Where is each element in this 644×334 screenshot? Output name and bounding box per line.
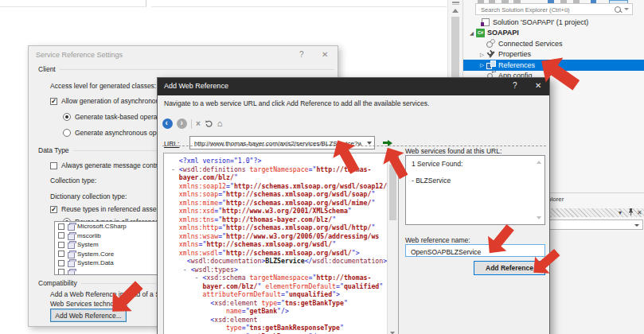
web-reference-name-input[interactable]: [409, 247, 540, 257]
sidebar-item-soapapi[interactable]: ◢SOAPAPI: [463, 28, 644, 39]
help-button[interactable]: ?: [513, 81, 517, 90]
wsdl-browser-pane[interactable]: <?xml version="1.0"?>- <wsdl:definitions…: [163, 153, 399, 334]
dialog-title-bar[interactable]: Service Reference Settings ? ✕: [29, 46, 338, 64]
sidebar-item-properties[interactable]: ▷Properties: [463, 49, 644, 60]
dictionary-type-label: Dictionary collection type:: [50, 192, 127, 200]
service-item[interactable]: - BLZService: [412, 177, 451, 184]
url-combobox[interactable]: [189, 136, 375, 150]
assembly-icon: [68, 250, 75, 258]
collection-type-label: Collection type:: [50, 177, 96, 184]
chevron-down-icon: [634, 224, 639, 227]
xml-line: xmlns:tns="http://thomas-bayer.com/blz/": [171, 216, 391, 224]
help-button[interactable]: ?: [299, 50, 304, 59]
async-operations-radio[interactable]: [63, 129, 71, 137]
assembly-checkbox[interactable]: [58, 223, 64, 230]
connected-icon: [486, 39, 496, 48]
task-based-radio[interactable]: [63, 113, 71, 121]
pin-icon[interactable]: [628, 208, 634, 218]
assembly-label: System.Core: [77, 250, 114, 258]
close-icon[interactable]: ✕: [637, 208, 642, 217]
assembly-checkbox[interactable]: [58, 260, 64, 266]
close-button[interactable]: ✕: [535, 81, 541, 90]
allow-async-checkbox[interactable]: [50, 98, 57, 105]
services-listbox[interactable]: 1 Service Found: - BLZService: [405, 155, 545, 225]
solution-explorer-search[interactable]: [475, 3, 633, 15]
properties-panel-body: [546, 231, 644, 334]
expander-icon[interactable]: ◢: [467, 28, 476, 39]
xml-line: bayer.com/blz/": [171, 173, 391, 182]
xml-line: xmlns:http="http://schemas.xmlsoap.org/w…: [171, 223, 391, 232]
assembly-checkbox[interactable]: [58, 250, 64, 257]
services-found-count: 1 Service Found:: [412, 160, 463, 168]
scrollbar-thumb[interactable]: [451, 17, 459, 79]
scrollbar-up-arrow[interactable]: [452, 9, 459, 13]
home-icon[interactable]: ⌂: [217, 118, 223, 129]
csproj-icon: [476, 29, 485, 37]
chevron-down-icon[interactable]: [367, 142, 372, 145]
explorer-tab-fragment[interactable]: plorer: [548, 196, 564, 203]
url-input[interactable]: [193, 138, 363, 149]
assembly-checkbox[interactable]: [58, 242, 64, 248]
lower-panel-divider: [546, 192, 644, 193]
xml-line: - <wsdl:definitions targetNamespace="htt…: [171, 165, 391, 174]
search-dropdown-icon[interactable]: [624, 8, 629, 10]
scroll-up-icon[interactable]: [537, 161, 541, 164]
xml-line: xmlns:mime="http://schemas.xmlsoap.org/w…: [171, 199, 391, 208]
scroll-up-icon[interactable]: [390, 157, 395, 160]
sidebar-item-references[interactable]: ▷References: [463, 60, 644, 71]
assembly-icon: [68, 223, 75, 230]
scrollbar-splitter-icon[interactable]: [452, 2, 459, 3]
add-reference-button[interactable]: Add Reference: [474, 261, 545, 275]
compatibility-text-line2: Web Services technology.: [50, 300, 127, 308]
message-contracts-checkbox[interactable]: [50, 162, 57, 169]
web-reference-name-field[interactable]: [405, 244, 545, 257]
xml-code: <?xml version="1.0"?>- <wsdl:definitions…: [171, 157, 391, 334]
solution-icon: [481, 17, 490, 26]
client-group-header: Client: [38, 65, 334, 73]
search-input[interactable]: [479, 5, 610, 15]
xml-line: name="getBank"/>: [171, 307, 391, 316]
sidebar-item-connected-services[interactable]: Connected Services: [463, 38, 644, 49]
tree-item-label: SOAPAPI: [487, 29, 519, 37]
scrollbar-thumb[interactable]: [389, 165, 396, 220]
xml-line: xmlns:soap12="http://schemas.xmlsoap.org…: [171, 182, 391, 191]
xml-line: xmlns:xsd="http://www.w3.org/2001/XMLSch…: [171, 207, 391, 216]
xml-line: xmlns:soap="http://schemas.xmlsoap.org/w…: [171, 190, 391, 199]
toolbar-separator: [191, 119, 192, 129]
xml-line: type="tns:getBankResponseType": [171, 324, 391, 332]
dialog-title-bar[interactable]: Add Web Reference ? ✕: [158, 78, 549, 95]
wrench-icon: [486, 50, 496, 59]
document-tab-edge: [146, 0, 146, 7]
add-web-reference-button[interactable]: Add Web Reference...: [50, 309, 127, 322]
stop-icon[interactable]: ×: [196, 118, 201, 129]
scroll-down-icon[interactable]: [537, 216, 541, 219]
forward-icon[interactable]: [177, 118, 187, 129]
assembly-icon: [68, 232, 75, 239]
xml-line: attributeFormDefault="unqualified">: [171, 290, 391, 299]
properties-combobox[interactable]: [546, 219, 643, 230]
expander-icon[interactable]: ▷: [478, 49, 486, 60]
refresh-icon[interactable]: [205, 117, 213, 131]
assembly-icon: [68, 241, 75, 248]
url-label: URL:: [164, 140, 179, 148]
dialog-title: Add Web Reference: [164, 82, 228, 90]
content-divider: [162, 146, 546, 146]
close-button[interactable]: ✕: [322, 50, 328, 59]
assembly-checkbox[interactable]: [58, 269, 64, 275]
sidebar-item-solution-soapapi-1-project[interactable]: Solution 'SOAPAPI' (1 project): [463, 17, 644, 28]
back-icon[interactable]: [162, 118, 173, 129]
reuse-types-checkbox[interactable]: [50, 206, 57, 213]
assembly-label: mscorlib: [77, 232, 101, 239]
xml-scrollbar[interactable]: [387, 153, 398, 334]
access-level-label: Access level for generated classes:: [50, 82, 156, 90]
xml-line: - <xsd:schema targetNamespace="http://th…: [171, 274, 391, 282]
expander-icon[interactable]: ▷: [478, 60, 486, 71]
xml-line: - <wsdl:types>: [171, 266, 391, 274]
assembly-label: Microsoft.CSharp: [77, 223, 127, 230]
assembly-checkbox[interactable]: [58, 232, 64, 239]
add-web-reference-dialog: Add Web Reference ? ✕ Navigate to a web …: [157, 77, 550, 334]
message-contracts-label: Always generate message contracts: [61, 161, 170, 169]
search-icon[interactable]: [615, 6, 621, 13]
scrollbar-splitter-line: [452, 4, 459, 5]
window-menu-chevron-icon[interactable]: ▾: [619, 208, 622, 217]
